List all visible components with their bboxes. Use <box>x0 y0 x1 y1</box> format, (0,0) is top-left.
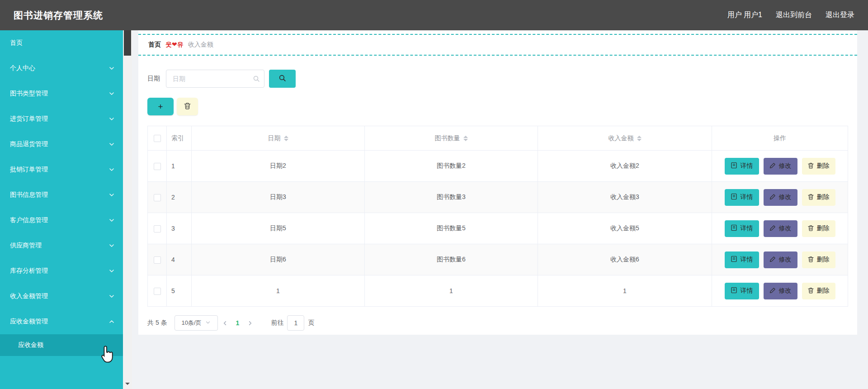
detail-button[interactable]: 详情 <box>725 283 759 299</box>
sidebar-item-label: 首页 <box>10 39 23 47</box>
date-search-input[interactable] <box>166 70 264 88</box>
row-checkbox[interactable] <box>154 288 161 295</box>
chevron-down-icon <box>108 65 115 71</box>
document-icon <box>731 256 737 264</box>
cell-quantity: 图书数量6 <box>365 244 538 275</box>
goto-page-input[interactable] <box>287 315 304 331</box>
chevron-down-icon <box>108 293 115 299</box>
sidebar-item-stock-analysis[interactable]: 库存分析管理 <box>0 258 123 284</box>
chevron-down-icon <box>108 90 115 97</box>
edit-button[interactable]: 修改 <box>764 220 797 237</box>
sort-carets-icon[interactable] <box>463 136 468 141</box>
sidebar-item-receivable-amount[interactable]: 应收金额管理 <box>0 309 123 334</box>
trash-icon <box>808 256 814 264</box>
cell-date: 1 <box>192 275 365 307</box>
search-icon <box>253 75 260 84</box>
chevron-down-icon <box>108 217 115 223</box>
current-user[interactable]: 用户 用户1 <box>727 10 762 20</box>
trash-icon <box>808 162 814 170</box>
pencil-icon <box>769 287 776 295</box>
pencil-icon <box>769 225 776 232</box>
chevron-down-icon <box>108 166 115 173</box>
column-header-amount[interactable]: 收入金额 <box>538 126 712 151</box>
logout-link[interactable]: 退出登录 <box>826 10 854 20</box>
sort-carets-icon[interactable] <box>637 136 642 141</box>
page-size-select[interactable]: 10条/页 <box>175 315 218 331</box>
sidebar-item-customer-info[interactable]: 客户信息管理 <box>0 208 123 233</box>
sidebar-item-purchase-order[interactable]: 进货订单管理 <box>0 106 123 132</box>
edit-button[interactable]: 修改 <box>764 158 797 175</box>
sidebar-item-return-goods[interactable]: 商品退货管理 <box>0 132 123 157</box>
table-header-row: 索引 日期 图书数量 收入金额 操作 <box>148 126 848 151</box>
exit-to-front-link[interactable]: 退出到前台 <box>776 10 812 20</box>
sidebar-item-income-amount[interactable]: 收入金额管理 <box>0 284 123 309</box>
cell-index: 3 <box>167 213 192 244</box>
row-checkbox[interactable] <box>154 163 161 170</box>
column-header-date[interactable]: 日期 <box>192 126 365 151</box>
select-all-checkbox[interactable] <box>154 135 161 142</box>
page-number-active[interactable]: 1 <box>236 319 240 327</box>
vertical-scrollbar[interactable] <box>123 30 132 389</box>
cell-amount: 1 <box>538 275 712 307</box>
delete-button[interactable]: 删除 <box>802 220 835 237</box>
sidebar-item-book-info[interactable]: 图书信息管理 <box>0 182 123 208</box>
table-row: 4 日期6 图书数量6 收入金额6 详情 修改 删除 <box>148 244 848 275</box>
detail-button[interactable]: 详情 <box>725 189 759 206</box>
sidebar-item-label: 供应商管理 <box>10 242 42 250</box>
detail-button[interactable]: 详情 <box>725 251 759 268</box>
sort-carets-icon[interactable] <box>284 136 288 141</box>
main-area: 首页 个人中心 图书类型管理 进货订单管理 商品退货管理 批销订单管理 <box>0 30 868 389</box>
chevron-down-icon <box>108 192 115 198</box>
row-checkbox[interactable] <box>154 194 161 201</box>
column-header-quantity[interactable]: 图书数量 <box>365 126 538 151</box>
edit-button[interactable]: 修改 <box>764 189 797 206</box>
prev-page-button[interactable] <box>222 320 228 326</box>
sidebar-item-book-type[interactable]: 图书类型管理 <box>0 81 123 106</box>
scrollbar-thumb[interactable] <box>124 30 131 56</box>
delete-button[interactable]: 删除 <box>802 251 835 268</box>
edit-button[interactable]: 修改 <box>764 283 797 299</box>
sidebar-item-label: 收入金额管理 <box>10 292 48 300</box>
delete-button[interactable]: 删除 <box>802 189 835 206</box>
content-card: 首页 웃❤유 收入金额 日期 <box>138 30 857 335</box>
batch-delete-button[interactable] <box>177 98 198 115</box>
cell-quantity: 图书数量3 <box>365 182 538 213</box>
detail-button[interactable]: 详情 <box>725 158 759 175</box>
cell-date: 日期5 <box>192 213 365 244</box>
row-checkbox[interactable] <box>154 256 161 264</box>
content-area: 首页 웃❤유 收入金额 日期 <box>132 30 868 389</box>
cell-date: 日期3 <box>192 182 365 213</box>
sidebar-item-label: 商品退货管理 <box>10 140 48 148</box>
row-checkbox[interactable] <box>154 225 161 232</box>
edit-button[interactable]: 修改 <box>764 251 797 268</box>
column-header-index: 索引 <box>167 126 192 151</box>
chevron-up-icon <box>108 318 115 325</box>
cell-index: 4 <box>167 244 192 275</box>
breadcrumb-home-link[interactable]: 首页 <box>148 41 161 49</box>
goto-page-label: 前往 <box>271 319 283 327</box>
date-search-field <box>166 70 264 88</box>
search-button[interactable] <box>269 70 296 88</box>
sidebar-item-personal-center[interactable]: 个人中心 <box>0 56 123 81</box>
add-button[interactable]: + <box>147 98 174 115</box>
delete-button[interactable]: 删除 <box>802 283 835 299</box>
app-title: 图书进销存管理系统 <box>14 9 103 22</box>
trash-icon <box>808 287 814 295</box>
next-page-button[interactable] <box>247 320 253 326</box>
page-unit-label: 页 <box>308 319 314 327</box>
detail-button[interactable]: 详情 <box>725 220 759 237</box>
delete-button[interactable]: 删除 <box>802 158 835 175</box>
trash-icon <box>184 102 191 111</box>
sidebar-item-home[interactable]: 首页 <box>0 30 123 56</box>
pencil-icon <box>769 194 776 201</box>
cell-quantity: 图书数量5 <box>365 213 538 244</box>
sidebar-subitem-receivable[interactable]: 应收金额 <box>0 334 123 356</box>
cell-date: 日期2 <box>192 151 365 182</box>
sidebar-item-wholesale-order[interactable]: 批销订单管理 <box>0 157 123 182</box>
sidebar-item-supplier[interactable]: 供应商管理 <box>0 233 123 258</box>
table-row: 1 日期2 图书数量2 收入金额2 详情 修改 删除 <box>148 151 848 182</box>
cell-quantity: 1 <box>365 275 538 307</box>
chevron-down-icon <box>108 116 115 122</box>
chevron-down-icon <box>205 320 211 327</box>
scrollbar-down-arrow-icon[interactable] <box>125 383 130 387</box>
